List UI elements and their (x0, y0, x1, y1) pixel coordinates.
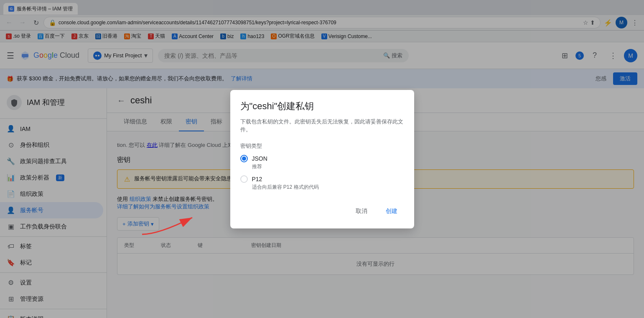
key-type-label: 密钥类型 (240, 142, 404, 150)
json-sublabel: 推荐 (252, 163, 404, 170)
dialog-description: 下载包含私钥的文件。此密钥丢失后无法恢复，因此请妥善保存此文件。 (240, 118, 404, 134)
dialog-overlay: 为"ceshi"创建私钥 下载包含私钥的文件。此密钥丢失后无法恢复，因此请妥善保… (0, 0, 644, 318)
p12-radio[interactable] (240, 175, 248, 183)
json-radio[interactable] (240, 155, 248, 162)
dialog-actions: 取消 创建 (240, 204, 404, 218)
json-radio-label[interactable]: JSON (240, 155, 404, 162)
dialog-title: 为"ceshi"创建私钥 (240, 100, 404, 113)
create-key-dialog: 为"ceshi"创建私钥 下载包含私钥的文件。此密钥丢失后无法恢复，因此请妥善保… (230, 90, 414, 228)
create-button[interactable]: 创建 (379, 204, 404, 218)
p12-sublabel: 适合向后兼容 P12 格式的代码 (252, 184, 404, 191)
p12-radio-label[interactable]: P12 (240, 175, 404, 183)
cancel-button[interactable]: 取消 (349, 204, 374, 218)
json-option: JSON 推荐 (240, 155, 404, 170)
p12-option: P12 适合向后兼容 P12 格式的代码 (240, 175, 404, 191)
